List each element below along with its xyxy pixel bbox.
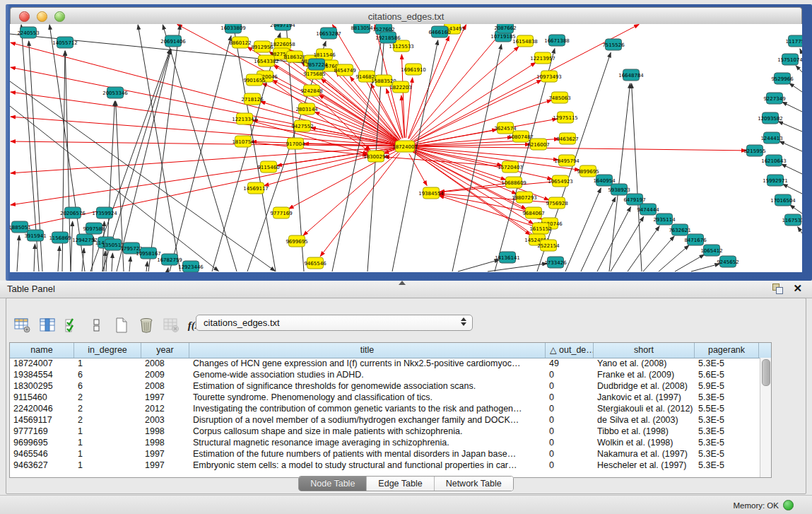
graph-node-1167533[interactable]: 1167533	[782, 214, 802, 226]
graph-node-7632621[interactable]: 7632621	[669, 224, 690, 235]
graph-node-2522154[interactable]: 2522154	[537, 240, 560, 251]
graph-node-2935114[interactable]: 2935114	[653, 214, 676, 225]
graph-node-1244413[interactable]: 1244413	[760, 132, 782, 144]
network-canvas[interactable]: 1872400788601228912956182260589827503165…	[10, 24, 802, 272]
graph-node-14136141[interactable]: 14136141	[495, 252, 520, 263]
new-document-icon[interactable]	[112, 316, 131, 334]
graph-node-9474444[interactable]: 9474444	[637, 204, 659, 215]
table-selector-dropdown[interactable]: citations_edges.txt	[196, 315, 473, 331]
memory-ok-indicator[interactable]	[783, 500, 794, 510]
graph-node-15720407[interactable]: 15720407	[498, 161, 523, 173]
graph-node-9245652[interactable]: 9245652	[717, 256, 739, 267]
minimize-window-button[interactable]	[37, 11, 47, 22]
row-format-icon[interactable]	[88, 316, 106, 334]
graph-node-12975115[interactable]: 12975115	[553, 112, 578, 123]
graph-node-7857224[interactable]: 7857224	[305, 59, 328, 70]
graph-node-1733426[interactable]: 1733426	[544, 257, 567, 268]
graph-node-9529966[interactable]: 9529966	[771, 73, 794, 84]
vertical-scrollbar[interactable]	[760, 358, 771, 477]
column-header-out_degree[interactable]: △ out_de…	[546, 343, 594, 358]
graph-node-7515526[interactable]: 7515526	[602, 39, 625, 50]
graph-node-1156869[interactable]: 1156869	[49, 232, 71, 243]
graph-node-7485063[interactable]: 7485063	[548, 92, 570, 103]
column-header-pagerank[interactable]: pagerank	[695, 343, 759, 358]
table-row[interactable]: 946554611997Estimation of the future num…	[10, 448, 760, 460]
select-columns-icon[interactable]	[38, 316, 57, 334]
graph-node-2718126[interactable]: 2718126	[241, 93, 264, 105]
tab-network-table[interactable]: Network Table	[435, 477, 513, 491]
graph-node-8215955[interactable]: 8215955	[743, 145, 765, 156]
graph-node-9465546[interactable]: 9465546	[304, 257, 326, 269]
graph-node-9684067[interactable]: 9684067	[522, 207, 544, 218]
tab-edge-table[interactable]: Edge Table	[367, 477, 434, 491]
graph-node-9097588[interactable]: 9097588	[83, 223, 105, 234]
graph-node-16033809[interactable]: 16033809	[220, 24, 246, 33]
zoom-window-button[interactable]	[54, 11, 65, 22]
column-header-in_degree[interactable]: in_degree	[74, 343, 141, 358]
graph-node-15992971[interactable]: 15992971	[763, 175, 788, 186]
float-panel-icon[interactable]	[772, 283, 783, 294]
graph-node-12942757[interactable]: 12942757	[72, 234, 98, 245]
column-header-year[interactable]: year	[141, 343, 189, 358]
column-header-name[interactable]: name	[10, 343, 74, 358]
graph-node-3624574[interactable]: 3624574	[494, 122, 517, 134]
graph-node-14569117[interactable]: 14569117	[243, 182, 269, 194]
graph-node-19384554[interactable]: 19384554	[418, 187, 444, 199]
graph-node-15751074[interactable]: 15751074	[777, 54, 802, 65]
graph-node-9756928[interactable]: 9756928	[546, 197, 567, 209]
graph-node-6466160[interactable]: 6466160	[428, 26, 450, 37]
graph-node-16648784[interactable]: 16648784	[618, 69, 644, 81]
table-row[interactable]: 1938455462009Genome-wide association stu…	[10, 369, 760, 380]
graph-node-9901655[interactable]: 9901655	[243, 74, 265, 86]
graph-node-9699695[interactable]: 9699695	[286, 235, 307, 247]
graph-node-9463627[interactable]: 9463627	[556, 133, 578, 144]
close-window-button[interactable]	[19, 11, 30, 22]
graph-node-1822203[interactable]: 1822203	[389, 81, 411, 93]
graph-node-17359924[interactable]: 17359924	[92, 207, 117, 218]
graph-node-2803144[interactable]: 2803144	[295, 103, 318, 115]
graph-node-16961910[interactable]: 16961910	[401, 64, 426, 75]
table-row[interactable]: 946362711997Embryonic stem cells: a mode…	[10, 460, 760, 471]
graph-node-12213957[interactable]: 12213957	[530, 52, 555, 64]
graph-node-20691406[interactable]: 20691406	[160, 35, 186, 47]
column-header-title[interactable]: title	[189, 343, 546, 358]
graph-node-20053346[interactable]: 20053346	[102, 87, 128, 98]
splitter-handle-icon[interactable]	[399, 281, 406, 285]
graph-node-9899695[interactable]: 9899695	[577, 165, 599, 177]
graph-node-9777169[interactable]: 9777169	[270, 207, 292, 218]
graph-node-1615152[interactable]: 1615152	[529, 223, 551, 234]
graph-node-1117755[interactable]: 1117755	[785, 35, 802, 47]
column-header-short[interactable]: short	[594, 343, 695, 358]
graph-node-9242848[interactable]: 9242848	[300, 85, 322, 96]
graph-node-17016504[interactable]: 17016504	[770, 194, 796, 206]
graph-node-8813054[interactable]: 8813054	[351, 24, 373, 33]
trash-icon[interactable]	[137, 316, 155, 334]
graph-node-1810754[interactable]: 1810754	[232, 136, 254, 147]
table-row[interactable]: 1456911722003Disruption of a novel membe…	[10, 414, 760, 426]
graph-node-8454749[interactable]: 8454749	[334, 64, 355, 76]
table-row[interactable]: 911546021997Tourette syndrome. Phenomeno…	[10, 392, 760, 403]
close-panel-icon[interactable]: ✕	[793, 283, 802, 294]
graph-node-5938923[interactable]: 5938923	[608, 184, 630, 195]
graph-node-6216007[interactable]: 6216007	[527, 139, 549, 150]
graph-node-20497194[interactable]: 20497194	[270, 24, 295, 30]
table-row[interactable]: 2242004622012Investigating the contribut…	[10, 403, 760, 414]
graph-node-9115460[interactable]: 9115460	[257, 161, 279, 173]
table-row[interactable]: 977716911998Corpus callosum shape and si…	[10, 426, 760, 437]
graph-node-917004[interactable]: 917004	[286, 138, 305, 149]
tab-node-table[interactable]: Node Table	[299, 477, 367, 491]
graph-node-10653287[interactable]: 10653287	[316, 28, 341, 39]
scrollbar-thumb[interactable]	[762, 359, 770, 386]
graph-node-9427552[interactable]: 9427552	[291, 120, 313, 132]
graph-node-1065412[interactable]: 1065412	[700, 245, 722, 256]
table-settings-icon[interactable]	[13, 316, 32, 334]
graph-node-3915941[interactable]: 3915941	[24, 230, 46, 241]
graph-node-16671388[interactable]: 16671388	[544, 35, 570, 46]
graph-node-2087662[interactable]: 2087662	[494, 24, 516, 33]
graph-node-8860122[interactable]: 8860122	[229, 37, 251, 48]
graph-node-2240553[interactable]: 2240553	[17, 27, 39, 38]
graph-node-16154838[interactable]: 16154838	[512, 35, 538, 47]
selection-checklist-icon[interactable]	[63, 316, 81, 334]
graph-node-9227349[interactable]: 9227349	[763, 93, 785, 104]
graph-node-8471676[interactable]: 8471676	[684, 234, 707, 245]
